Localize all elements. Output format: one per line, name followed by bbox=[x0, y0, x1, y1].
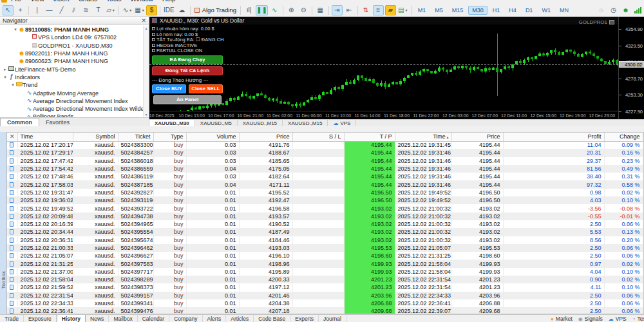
table-row[interactable]: 2025.12.02 21:00:33xauusd.50243964623buy… bbox=[7, 244, 643, 252]
chart-tab[interactable]: XAUUSD.,M15 bbox=[238, 120, 283, 126]
nav-item[interactable]: ▾Trend bbox=[0, 81, 149, 89]
column-header-t-p[interactable]: T / P bbox=[344, 133, 395, 141]
close-all-orders-button[interactable]: Đóng Tất Cả Lệnh bbox=[152, 66, 223, 75]
nav-item[interactable]: VPS London LD4 09: 6757802 bbox=[0, 33, 149, 41]
nav-item[interactable]: ▾ƒIndicators bbox=[0, 73, 149, 81]
column-header-price[interactable]: Price bbox=[451, 133, 503, 141]
nav-item[interactable]: ∿Average Directional Movement Index bbox=[0, 97, 149, 105]
column-header-profit[interactable]: Profit bbox=[503, 133, 604, 141]
sort-arrows-icon[interactable]: ⇅ bbox=[361, 5, 372, 15]
toolbox-tab-history[interactable]: History bbox=[57, 315, 86, 322]
table-row[interactable]: 2025.12.02 20:36:31xauusd.50243956745buy… bbox=[7, 236, 643, 244]
toolbox-tab-news[interactable]: News bbox=[86, 315, 109, 322]
text-icon[interactable]: T bbox=[93, 5, 104, 15]
timeframe-button-m15[interactable]: M15 bbox=[448, 6, 468, 15]
vertical-line-icon[interactable]: | bbox=[32, 5, 43, 15]
table-row[interactable]: 2025.12.02 17:29:17xauusd.50243842574buy… bbox=[7, 149, 643, 156]
tree-expander-icon[interactable]: ▾ bbox=[10, 82, 15, 88]
timeframe-button-mn[interactable]: MN bbox=[556, 6, 573, 15]
trendline-icon[interactable]: ╱ bbox=[56, 5, 67, 15]
timeframe-button-h4[interactable]: H4 bbox=[505, 6, 520, 15]
column-header-price[interactable]: Price bbox=[239, 133, 292, 141]
table-row[interactable]: 2025.12.02 17:58:03xauusd.50243871852buy… bbox=[7, 180, 643, 188]
auto-scroll-icon[interactable]: ⇤ bbox=[344, 5, 355, 15]
column-header-ticket[interactable]: Ticket bbox=[118, 133, 153, 141]
channel-icon[interactable]: ⫽ bbox=[68, 5, 79, 15]
table-row[interactable]: 2025.12.02 19:49:52xauusd.50243937228buy… bbox=[7, 204, 643, 212]
chart-window[interactable]: XAUUSD., M30: Gold vs US Dollar GOLDPRO1… bbox=[149, 17, 644, 126]
toolbox-side-strip[interactable]: Toolbox bbox=[0, 132, 6, 314]
new-chart-icon[interactable]: ▤▾ bbox=[397, 5, 408, 15]
chart-tab[interactable]: XAUUSD.,M15 bbox=[283, 120, 328, 126]
nav-item[interactable]: ▤GOLDPRO1 - XAUUSD,M30 bbox=[0, 42, 149, 50]
algo-trading-button[interactable]: Algo Trading bbox=[194, 6, 236, 14]
menu-item-insert[interactable]: Insert bbox=[53, 0, 70, 3]
signals-status-item[interactable]: ◉Signals bbox=[578, 316, 603, 322]
tree-expander-icon[interactable]: ▸ bbox=[3, 67, 8, 72]
column-header-symbol[interactable]: Symbol bbox=[73, 133, 118, 141]
search-icon[interactable]: ◌ bbox=[596, 5, 607, 15]
toolbox-tab-exposure[interactable]: Exposure bbox=[24, 315, 57, 322]
table-row[interactable]: 2025.12.02 20:16:39xauusd.50243949653buy… bbox=[7, 220, 643, 228]
nav-item[interactable]: ▸LiteFinance-MT5-Demo bbox=[0, 65, 149, 73]
toolbox-tab-trade[interactable]: Trade bbox=[0, 315, 24, 322]
candles-icon[interactable]: ❚❚ bbox=[256, 5, 268, 15]
chart-tab[interactable]: XAUUSD.,M5 bbox=[195, 120, 238, 126]
cloud-icon[interactable]: ☁ bbox=[176, 5, 187, 15]
table-row[interactable]: 2025.12.02 20:34:44xauusd.50243955540buy… bbox=[7, 228, 643, 236]
tree-expander-icon[interactable]: ▾ bbox=[13, 27, 18, 32]
timeframe-button-w1[interactable]: W1 bbox=[538, 6, 554, 15]
table-row[interactable]: 2025.12.02 20:09:48xauusd.50243947380buy… bbox=[7, 213, 643, 220]
table-row[interactable]: 2025.12.02 21:31:25xauusd.50243975833buy… bbox=[7, 260, 643, 267]
account-status-icon[interactable]: ☻ bbox=[620, 5, 631, 15]
menu-item-tools[interactable]: Tools bbox=[106, 0, 121, 3]
navigator-tab-common[interactable]: Common bbox=[0, 118, 39, 126]
table-row[interactable]: 2025.12.02 21:37:00xauusd.50243977177buy… bbox=[7, 268, 643, 276]
column-header-time[interactable]: Time bbox=[17, 133, 73, 141]
column-header-change[interactable]: Change bbox=[604, 133, 643, 141]
nav-item[interactable]: ∿Average Directional Movement Index Wild… bbox=[0, 105, 149, 113]
tile-windows-icon[interactable]: ▦ bbox=[315, 5, 326, 15]
shapes-icon[interactable]: ▱▾ bbox=[105, 5, 116, 15]
price-axis[interactable]: 4354.904329.504304.104278.704253.304227.… bbox=[618, 17, 644, 119]
market-status-item[interactable]: ●Market bbox=[551, 316, 573, 322]
chart-tab[interactable]: XAUUSD.,M30 bbox=[149, 120, 195, 126]
menu-item-help[interactable]: Help bbox=[162, 0, 176, 3]
nav-item[interactable]: ☻89060623: PHAM MANH HUNG bbox=[0, 57, 149, 65]
depth-of-market-icon[interactable]: ≡ bbox=[373, 5, 384, 15]
table-row[interactable]: 2025.12.02 17:48:46xauusd.50243861199buy… bbox=[7, 173, 643, 180]
timeframe-button-h1[interactable]: H1 bbox=[489, 6, 504, 15]
table-row[interactable]: 2025.12.02 21:05:07xauusd.50243966279buy… bbox=[7, 252, 643, 260]
table-row[interactable]: 2025.12.02 17:54:42xauusd.50243865592buy… bbox=[7, 165, 643, 173]
metaeditor-icon[interactable]: IDE bbox=[163, 5, 175, 15]
toolbox-tab-alerts[interactable]: Alerts bbox=[203, 315, 227, 322]
equidistant-channel-icon[interactable]: ≋ bbox=[80, 5, 91, 15]
menu-item-charts[interactable]: Charts bbox=[79, 0, 97, 3]
symbols-icon[interactable]: $ bbox=[146, 5, 157, 15]
crosshair-icon[interactable]: + bbox=[15, 5, 26, 15]
nav-item[interactable]: ∿Bollinger Bands bbox=[0, 113, 149, 117]
column-header-type[interactable]: Type bbox=[153, 133, 186, 141]
table-row[interactable]: 2025.12.02 22:31:54xauusd.50243991570buy… bbox=[7, 292, 643, 299]
toolbox-tab-mailbox[interactable]: Mailbox bbox=[109, 315, 137, 322]
toolbox-tab-experts[interactable]: Experts bbox=[290, 315, 319, 322]
table-row[interactable]: 2025.12.02 19:31:47xauusd.50243928274buy… bbox=[7, 189, 643, 196]
table-row[interactable]: 2025.12.02 17:47:42xauusd.50243860186buy… bbox=[7, 157, 643, 165]
timeframe-button-d1[interactable]: D1 bbox=[522, 6, 537, 15]
object-list-icon[interactable]: ▦▾ bbox=[134, 5, 145, 15]
table-row[interactable]: 2025.12.02 19:36:02xauusd.50243931196buy… bbox=[7, 196, 643, 204]
nav-item[interactable]: ▾☻89110085: PHAM MANH HUNG bbox=[0, 26, 149, 33]
column-header-volume[interactable]: Volume bbox=[186, 133, 239, 141]
timeframe-button-m1[interactable]: M1 bbox=[414, 6, 430, 15]
line-chart-icon[interactable]: ∿ bbox=[269, 5, 280, 15]
navigator-close-icon[interactable]: ✕ bbox=[141, 17, 146, 24]
toolbox-tab-company[interactable]: Company bbox=[169, 315, 202, 322]
toolbox-tab-articles[interactable]: Articles bbox=[226, 315, 254, 322]
tree-expander-icon[interactable]: ▾ bbox=[3, 75, 8, 80]
table-row[interactable]: 2025.12.02 21:58:04xauusd.50243982891buy… bbox=[7, 276, 643, 283]
nav-item[interactable]: ∿Adaptive Moving Average bbox=[0, 89, 149, 97]
timeframe-button-m5[interactable]: M5 bbox=[431, 6, 447, 15]
navigator-scrollbar[interactable]: ▴▾ bbox=[143, 26, 149, 117]
toolbox-tab-journal[interactable]: Journal bbox=[319, 315, 346, 322]
chart-tab[interactable]: ☁VPS bbox=[328, 120, 356, 126]
